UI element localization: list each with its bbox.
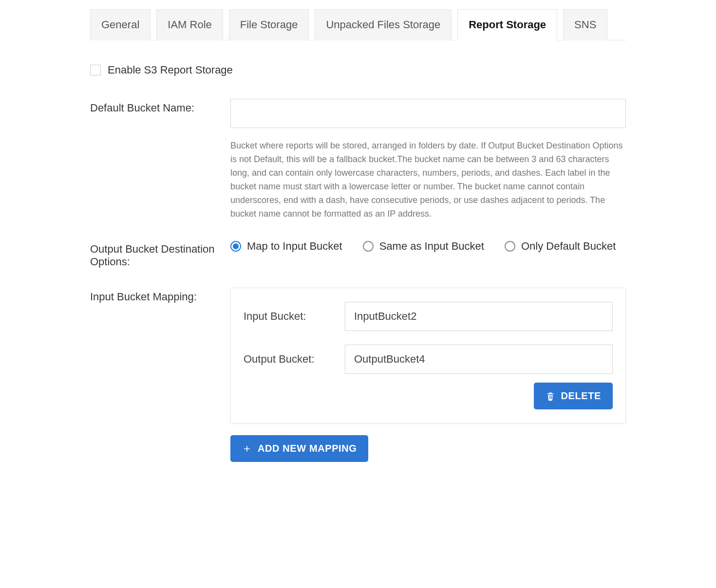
input-bucket-field[interactable] [345,302,613,331]
radio-label: Map to Input Bucket [247,240,342,253]
delete-label: DELETE [561,390,602,402]
tab-file-storage[interactable]: File Storage [229,9,309,40]
default-bucket-label: Default Bucket Name: [90,99,230,114]
tab-bar: General IAM Role File Storage Unpacked F… [90,9,626,40]
plus-icon [242,444,252,454]
output-bucket-label: Output Bucket: [244,353,345,366]
radio-icon [363,241,374,252]
enable-storage-row: Enable S3 Report Storage [90,64,626,76]
default-bucket-input[interactable] [230,99,626,128]
tab-content: Enable S3 Report Storage Default Bucket … [90,40,626,462]
delete-mapping-button[interactable]: DELETE [534,383,613,409]
add-mapping-label: ADD NEW MAPPING [258,443,357,454]
destination-options-label: Output Bucket Destination Options: [90,240,230,268]
tab-unpacked-storage[interactable]: Unpacked Files Storage [315,9,452,40]
mapping-actions: DELETE [244,383,613,409]
settings-page: General IAM Role File Storage Unpacked F… [90,0,626,481]
tab-report-storage[interactable]: Report Storage [457,9,557,40]
default-bucket-help: Bucket where reports will be stored, arr… [230,139,626,220]
radio-icon [505,241,515,252]
tab-iam-role[interactable]: IAM Role [156,9,223,40]
radio-same-as-input[interactable]: Same as Input Bucket [363,240,484,253]
add-mapping-button[interactable]: ADD NEW MAPPING [230,435,368,462]
add-mapping-row: ADD NEW MAPPING [230,435,626,462]
enable-storage-label: Enable S3 Report Storage [108,64,233,76]
tab-general[interactable]: General [90,9,151,40]
bucket-mapping-row: Input Bucket Mapping: Input Bucket: Outp… [90,288,626,423]
radio-only-default[interactable]: Only Default Bucket [505,240,616,253]
radio-icon [230,241,241,252]
output-bucket-field[interactable] [345,345,613,374]
enable-storage-checkbox[interactable] [90,65,101,75]
output-bucket-row: Output Bucket: [244,345,613,374]
input-bucket-label: Input Bucket: [244,310,345,323]
tab-sns[interactable]: SNS [563,9,607,40]
radio-label: Only Default Bucket [521,240,616,253]
destination-options-row: Output Bucket Destination Options: Map t… [90,240,626,268]
bucket-mapping-card: Input Bucket: Output Bucket: [230,288,626,423]
trash-icon [546,391,555,401]
input-bucket-row: Input Bucket: [244,302,613,331]
radio-label: Same as Input Bucket [379,240,484,253]
default-bucket-row: Default Bucket Name: Bucket where report… [90,99,626,220]
destination-options-group: Map to Input Bucket Same as Input Bucket… [230,240,626,253]
radio-map-to-input[interactable]: Map to Input Bucket [230,240,342,253]
bucket-mapping-label: Input Bucket Mapping: [90,288,230,303]
